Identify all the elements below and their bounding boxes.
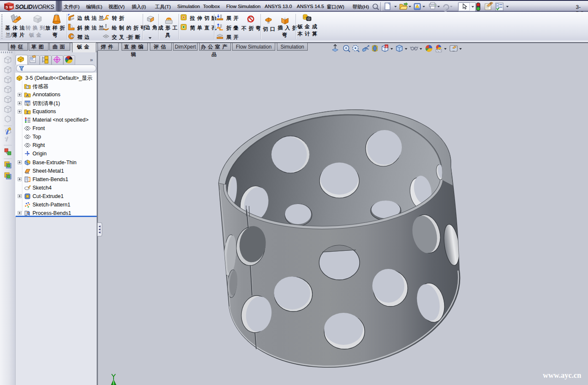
svg-text:A: A (26, 93, 29, 98)
svg-text:»: » (90, 57, 93, 63)
svg-text:SOLIDWORKS: SOLIDWORKS (15, 3, 54, 10)
svg-text:S W: S W (5, 5, 13, 9)
svg-text:Σ: Σ (26, 110, 29, 114)
